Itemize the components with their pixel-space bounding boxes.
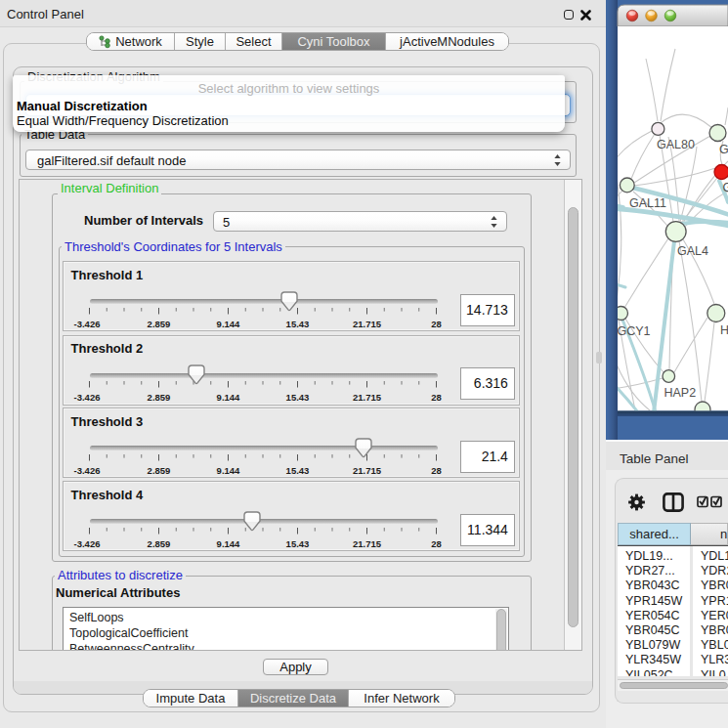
svg-text:G: G	[723, 181, 728, 194]
svg-text:GAL80: GAL80	[657, 138, 695, 151]
svg-text:GA: GA	[719, 143, 728, 156]
svg-text:GAL11: GAL11	[629, 196, 666, 210]
svg-text:H: H	[720, 323, 728, 337]
svg-text:GCY1: GCY1	[618, 324, 651, 338]
svg-text:GAL4: GAL4	[677, 244, 708, 258]
svg-text:HAP2: HAP2	[664, 386, 697, 400]
